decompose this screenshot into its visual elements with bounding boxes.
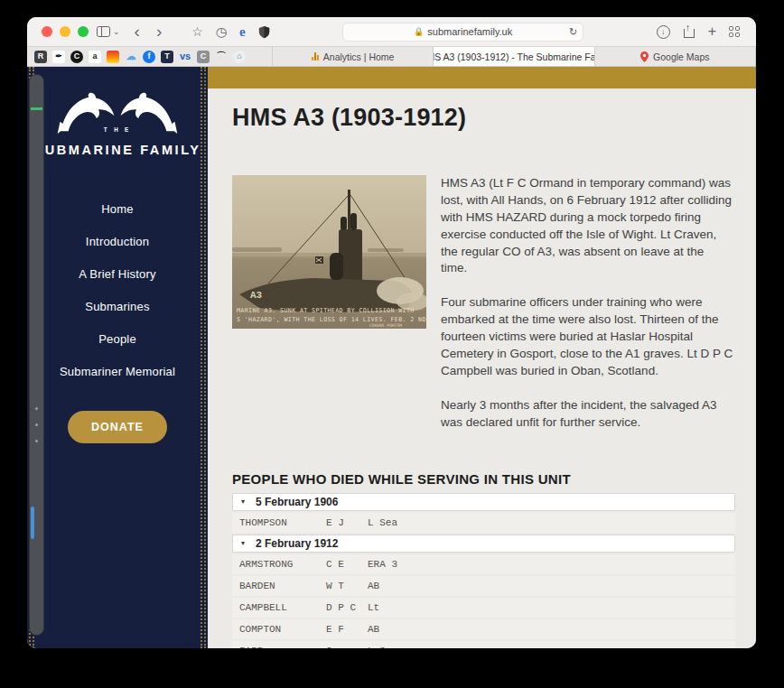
table-cell: FARR bbox=[239, 646, 326, 648]
downloads-icon[interactable]: ↓ bbox=[657, 25, 670, 39]
bookmark-shopping-bag[interactable] bbox=[107, 51, 119, 63]
table-cell: W T bbox=[326, 581, 368, 591]
table-cell: E J bbox=[326, 517, 368, 528]
bookmark-cloud[interactable]: ☁ bbox=[125, 51, 137, 63]
lock-icon: 🔒 bbox=[414, 27, 424, 36]
bookmark-amazon[interactable]: a bbox=[89, 51, 101, 63]
bookmark-swoosh[interactable]: ⌒ bbox=[215, 51, 228, 63]
bookmark-home[interactable]: ⌂ bbox=[233, 51, 246, 63]
bookmark-c[interactable]: C bbox=[197, 51, 210, 63]
table-cell: C bbox=[326, 646, 368, 648]
tab-bar: R✒Ca☁fTvsC⌒⌂ Analytics | Home HMS A3 (19… bbox=[27, 47, 756, 67]
nav-item-introduction[interactable]: Introduction bbox=[86, 235, 149, 248]
site-nav: Home Introduction A Brief History Submar… bbox=[60, 202, 175, 378]
bookmark-dark-circle[interactable]: C bbox=[70, 51, 83, 63]
extension-dot bbox=[35, 423, 38, 426]
dolphins-logo-icon: T H E bbox=[57, 88, 178, 144]
bookmark-t[interactable]: T bbox=[161, 51, 173, 63]
close-window-button[interactable] bbox=[42, 26, 52, 37]
table-row[interactable]: CAMPBELLD P CLt bbox=[232, 598, 735, 618]
site-sidebar: T H E SUBMARINE FAMILY Home Introduction… bbox=[27, 67, 208, 648]
table-row[interactable]: ARMSTRONGC EERA 3 bbox=[232, 554, 735, 574]
extension-green-marker bbox=[31, 107, 42, 110]
table-cell: D P C bbox=[326, 602, 368, 613]
logo-the-text: T H E bbox=[104, 126, 131, 133]
section-title: PEOPLE WHO DIED WHILE SERVING IN THIS UN… bbox=[232, 471, 733, 487]
paragraph: HMS A3 (Lt F C Ormand in temporary comma… bbox=[441, 175, 733, 277]
chevron-down-icon[interactable]: ⌄ bbox=[113, 28, 120, 36]
extension-dot bbox=[35, 440, 38, 442]
bookmark-facebook[interactable]: f bbox=[143, 51, 155, 63]
zoom-window-button[interactable] bbox=[78, 26, 89, 37]
paragraph: Nearly 3 months after the incident, the … bbox=[441, 397, 733, 432]
accordion-header[interactable]: ▾2 February 1912 bbox=[232, 535, 735, 553]
url-field[interactable]: 🔒 submarinefamily.uk ↻ bbox=[342, 23, 583, 42]
bookmarks-strip: R✒Ca☁fTvsC⌒⌂ bbox=[27, 47, 273, 66]
table-cell: AB bbox=[368, 624, 735, 635]
tab-analytics[interactable]: Analytics | Home bbox=[273, 47, 434, 66]
shield-extension-icon[interactable] bbox=[258, 25, 270, 39]
nav-item-submarines[interactable]: Submarines bbox=[85, 300, 149, 313]
nav-item-submariner-memorial[interactable]: Submariner Memorial bbox=[60, 365, 175, 378]
new-tab-icon[interactable]: + bbox=[708, 23, 716, 40]
bookmarks-star-icon[interactable]: ☆ bbox=[191, 25, 203, 38]
extension-side-strip[interactable] bbox=[29, 74, 44, 636]
caret-down-icon: ▾ bbox=[241, 539, 245, 547]
url-text: submarinefamily.uk bbox=[427, 26, 512, 37]
page-title: HMS A3 (1903-1912) bbox=[232, 104, 733, 132]
photo-credit: COKENS PORTSM bbox=[369, 323, 402, 328]
article-text: HMS A3 (Lt F C Ormand in temporary comma… bbox=[441, 175, 733, 432]
caret-down-icon: ▾ bbox=[241, 497, 245, 506]
submarine-a3-photo: A3 MARINE A3. SUNK AT SPITHEAD BY COLLIS… bbox=[232, 175, 426, 329]
bookmark-vs[interactable]: vs bbox=[179, 51, 191, 63]
window-controls bbox=[42, 26, 89, 37]
forward-icon[interactable]: › bbox=[156, 22, 162, 42]
accordion-header[interactable]: ▾5 February 1906 bbox=[232, 493, 735, 511]
table-cell: COMPTON bbox=[239, 624, 326, 635]
table-row[interactable]: THOMPSONE JL Sea bbox=[232, 513, 735, 533]
table-row[interactable]: FARRCL Sea bbox=[232, 641, 735, 648]
tab-overview-icon[interactable] bbox=[729, 26, 740, 37]
history-clock-icon[interactable]: ◷ bbox=[216, 25, 227, 38]
sidebar-toggle-icon[interactable] bbox=[97, 26, 110, 37]
hull-marking: A3 bbox=[250, 290, 263, 301]
people-table: ▾5 February 1906THOMPSONE JL Sea▾2 Febru… bbox=[232, 493, 735, 648]
photo-caption-line1: MARINE A3. SUNK AT SPITHEAD BY COLLISION… bbox=[237, 307, 415, 314]
table-cell: L Sea bbox=[368, 517, 735, 528]
group-date: 2 February 1912 bbox=[256, 537, 338, 550]
share-icon[interactable] bbox=[684, 25, 695, 38]
map-pin-icon bbox=[640, 51, 649, 62]
reload-icon[interactable]: ↻ bbox=[569, 26, 577, 38]
tab-label: Analytics | Home bbox=[323, 51, 395, 62]
donate-button[interactable]: DONATE bbox=[68, 411, 167, 443]
site-logo[interactable]: T H E SUBMARINE FAMILY bbox=[33, 88, 201, 157]
table-row[interactable]: COMPTONE FAB bbox=[232, 619, 735, 639]
group-date: 5 February 1906 bbox=[256, 496, 338, 508]
bookmark-pen[interactable]: ✒ bbox=[52, 51, 65, 63]
main-content: HMS A3 (1903-1912) bbox=[208, 67, 756, 648]
gold-top-band bbox=[208, 67, 756, 88]
table-cell: L Sea bbox=[368, 646, 735, 648]
tab-label: Google Maps bbox=[653, 51, 709, 62]
back-icon[interactable]: ‹ bbox=[135, 22, 140, 42]
bookmark-r[interactable]: R bbox=[34, 51, 47, 63]
paragraph: Four submarine officers under training w… bbox=[441, 294, 733, 379]
nav-item-a-brief-history[interactable]: A Brief History bbox=[79, 267, 155, 281]
table-cell: ARMSTRONG bbox=[239, 559, 326, 570]
browser-toolbar: ⌄ ‹ › ☆ ◷ e 🔒 submarinefamily.uk ↻ ↓ + bbox=[27, 17, 756, 47]
e-extension-icon[interactable]: e bbox=[239, 25, 246, 39]
table-cell: THOMPSON bbox=[239, 517, 326, 528]
nav-item-home[interactable]: Home bbox=[101, 202, 133, 216]
analytics-favicon-icon bbox=[312, 52, 319, 60]
table-row[interactable]: BARDENW TAB bbox=[232, 576, 735, 596]
browser-window: ⌄ ‹ › ☆ ◷ e 🔒 submarinefamily.uk ↻ ↓ + R… bbox=[27, 17, 756, 648]
dotted-border-decoration bbox=[204, 67, 206, 648]
table-cell: CAMPBELL bbox=[239, 602, 326, 613]
logo-title: SUBMARINE FAMILY bbox=[33, 143, 201, 157]
minimize-window-button[interactable] bbox=[60, 26, 70, 37]
table-cell: Lt bbox=[368, 602, 735, 613]
tab-hms-a3-active[interactable]: HMS A3 (1903-1912) - The Submarine Famil… bbox=[434, 47, 594, 66]
nav-item-people[interactable]: People bbox=[98, 332, 136, 346]
tab-google-maps[interactable]: Google Maps bbox=[595, 47, 756, 66]
webpage: T H E SUBMARINE FAMILY Home Introduction… bbox=[27, 67, 756, 648]
